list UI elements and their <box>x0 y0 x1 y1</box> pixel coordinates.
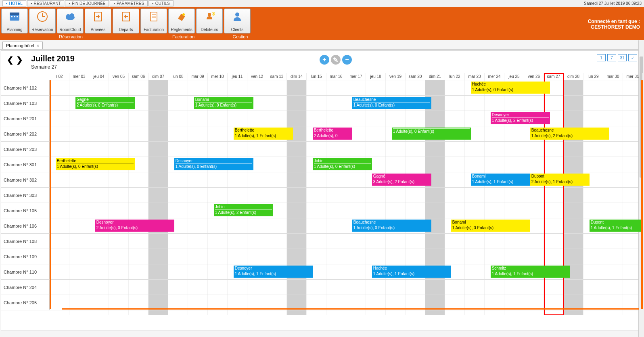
day-header-cell: dim 21 <box>425 73 445 80</box>
top-tab-restaurant[interactable]: ▪RESTAURANT <box>27 0 65 6</box>
day-header-cell: mer 24 <box>485 73 504 80</box>
room-label[interactable]: Chambre N° 102 <box>1 80 50 95</box>
planning-button[interactable]: Planning <box>1 8 28 33</box>
day-header-cell: ven 26 <box>524 73 544 80</box>
booking-block[interactable]: Desnoyer1 Adulte(s), 0 Enfant(s) <box>174 158 253 170</box>
booking-detail: 2 Adulte(s), 0 Enfant(s) <box>77 102 134 107</box>
booking-name: Dupont <box>591 220 643 224</box>
booking-block[interactable]: Beauchesne1 Adulte(s), 0 Enfant(s) <box>352 220 431 232</box>
booking-detail: 1 Adulte(s), 1 Enfant(s) <box>591 225 643 230</box>
close-icon[interactable]: × <box>37 43 39 48</box>
booking-block[interactable]: Berthelette1 Adulte(s), 0 Enfant(s) <box>56 158 135 170</box>
day-header-cell: dim 07 <box>148 73 168 80</box>
add-button[interactable]: + <box>320 55 329 65</box>
svg-point-18 <box>208 13 211 16</box>
day-header-cell: mar 16 <box>326 73 346 80</box>
departs-button[interactable]: Départs <box>113 8 139 33</box>
prev-month-button[interactable]: ❮ <box>7 55 14 65</box>
login-info: Connecté en tant que : GESTHOREST DEMO <box>588 19 640 30</box>
booking-detail: 1 Adulte(s), 0 Enfant(s) <box>472 87 549 92</box>
room-label[interactable]: Chambre N° 108 <box>1 234 50 249</box>
booking-block[interactable]: Dupont2 Adulte(s), 1 Enfant(s) <box>530 174 590 186</box>
day-header-cell: r 02 <box>50 73 69 80</box>
booking-block[interactable]: Jobin1 Adulte(s), 0 Enfant(s) <box>313 158 372 170</box>
top-menubar: ▪HÔTEL▪RESTAURANT▪FIN DE JOURNÉE▪PARAMET… <box>0 0 644 7</box>
svg-rect-3 <box>14 16 15 17</box>
booking-block[interactable]: Bonami1 Adulte(s), 0 Enfant(s) <box>194 97 253 109</box>
tab-planning-hotel[interactable]: Planning hôtel × <box>2 42 43 49</box>
booking-name: Berthelette <box>314 128 351 132</box>
day-header-cell: ven 12 <box>247 73 267 80</box>
left-edge-marker <box>50 80 51 309</box>
booking-block[interactable]: Gagné3 Adulte(s), 2 Enfant(s) <box>372 174 431 186</box>
booking-name: Desnoyer <box>96 220 173 224</box>
room-label[interactable]: Chambre N° 105 <box>1 203 50 218</box>
next-month-button[interactable]: ❯ <box>16 55 23 65</box>
room-label[interactable]: Chambre N° 204 <box>1 280 50 295</box>
booking-block[interactable]: Beauchesne1 Adulte(s), 0 Enfant(s) <box>352 97 431 109</box>
day-header-cell: ven 05 <box>109 73 129 80</box>
booking-block[interactable]: Desnoyer1 Adulte(s), 1 Enfant(s) <box>234 266 313 278</box>
room-label[interactable]: Chambre N° 205 <box>1 295 50 310</box>
day-header-cell: ven 19 <box>386 73 406 80</box>
day-header-cell: jeu 25 <box>504 73 524 80</box>
room-label[interactable]: Chambre N° 110 <box>1 264 50 279</box>
room-label[interactable]: Chambre N° 202 <box>1 126 50 141</box>
planner: ❮ ❯ Juillet 2019 Semaine 27 + ✎ − 1731✓ … <box>1 50 643 331</box>
room-label[interactable]: Chambre N° 301 <box>1 157 50 172</box>
room-label[interactable]: Chambre N° 203 <box>1 142 50 157</box>
room-label[interactable]: Chambre N° 302 <box>1 172 50 187</box>
tab-icon: ▪ <box>113 1 115 6</box>
day-header-cell: sam 06 <box>129 73 148 80</box>
booking-block[interactable]: Gagné2 Adulte(s), 0 Enfant(s) <box>75 97 135 109</box>
booking-block[interactable]: Hachée1 Adulte(s), 1 Enfant(s) <box>372 266 451 278</box>
view-✓-button[interactable]: ✓ <box>628 54 637 61</box>
remove-button[interactable]: − <box>342 55 352 65</box>
edit-button[interactable]: ✎ <box>331 55 341 65</box>
booking-block[interactable]: Bonami1 Adulte(s), 1 Enfant(s) <box>471 174 530 186</box>
top-tab-fin-de-journée[interactable]: ▪FIN DE JOURNÉE <box>65 0 109 6</box>
room-label[interactable]: Chambre N° 103 <box>1 96 50 111</box>
arrivees-button[interactable]: Arrivées <box>85 8 111 33</box>
room-label[interactable]: Chambre N° 106 <box>1 218 50 233</box>
view-31-button[interactable]: 31 <box>618 54 627 61</box>
day-header-cell: lun 15 <box>307 73 326 80</box>
top-tab-parametres[interactable]: ▪PARAMETRES <box>110 0 148 6</box>
room-label[interactable]: Chambre N° 303 <box>1 188 50 203</box>
booking-detail: 1 Adulte(s), 0 Enfant(s) <box>314 163 371 169</box>
view-1-button[interactable]: 1 <box>597 54 606 61</box>
day-header-cell: mar 30 <box>603 73 623 80</box>
svg-point-20 <box>235 13 239 17</box>
booking-block[interactable]: Bonami1 Adulte(s), 0 Enfant(s) <box>451 220 530 232</box>
tab-icon: ▪ <box>152 1 154 6</box>
booking-block[interactable]: Hachée1 Adulte(s), 0 Enfant(s) <box>471 82 550 94</box>
booking-detail: 1 Adulte(s), 2 Enfant(s) <box>492 117 549 123</box>
room-label[interactable]: Chambre N° 201 <box>1 111 50 126</box>
day-header-cell: lun 22 <box>445 73 465 80</box>
booking-block[interactable]: Desnoyer1 Adulte(s), 2 Enfant(s) <box>491 112 550 124</box>
room-label[interactable]: Chambre N° 109 <box>1 249 50 264</box>
facturation-button[interactable]: Facturation <box>140 8 167 33</box>
booking-block[interactable]: Berthelette2 Adulte(s), 0 <box>313 128 352 140</box>
booking-block[interactable]: Jobin1 Adulte(s), 2 Enfant(s) <box>214 204 273 216</box>
clients-button[interactable]: Clients <box>224 8 251 33</box>
booking-name: Jobin <box>215 205 272 209</box>
booking-block[interactable]: 1 Adulte(s), 0 Enfant(s) <box>392 128 471 140</box>
booking-block[interactable]: Dupont1 Adulte(s), 1 Enfant(s) <box>590 220 643 232</box>
booking-block[interactable]: Desnoyer2 Adulte(s), 0 Enfant(s) <box>95 220 174 232</box>
week-label: Semaine 27 <box>31 64 75 70</box>
booking-name: Dupont <box>531 174 588 178</box>
svg-point-10 <box>69 13 74 18</box>
booking-block[interactable]: Berthelette1 Adulte(s), 1 Enfant(s) <box>234 128 293 140</box>
view-7-button[interactable]: 7 <box>607 54 616 61</box>
ribbon-group-label: Gestion <box>226 34 254 39</box>
booking-block[interactable]: Schmitz1 Adulte(s), 1 Enfant(s) <box>491 266 570 278</box>
reglements-button[interactable]: Règlements <box>168 8 195 33</box>
top-tab-outils[interactable]: ▪OUTILS <box>148 0 174 6</box>
debiteurs-button[interactable]: $Débiteurs <box>196 8 223 33</box>
roomcloud-button[interactable]: RoomCloud <box>57 8 84 33</box>
top-tab-hôtel[interactable]: ▪HÔTEL <box>2 0 26 6</box>
booking-detail: 2 Adulte(s), 0 <box>314 133 351 138</box>
booking-block[interactable]: Beauchesne1 Adulte(s), 2 Enfant(s) <box>530 128 609 140</box>
reservation-button[interactable]: Réservation <box>29 8 56 33</box>
